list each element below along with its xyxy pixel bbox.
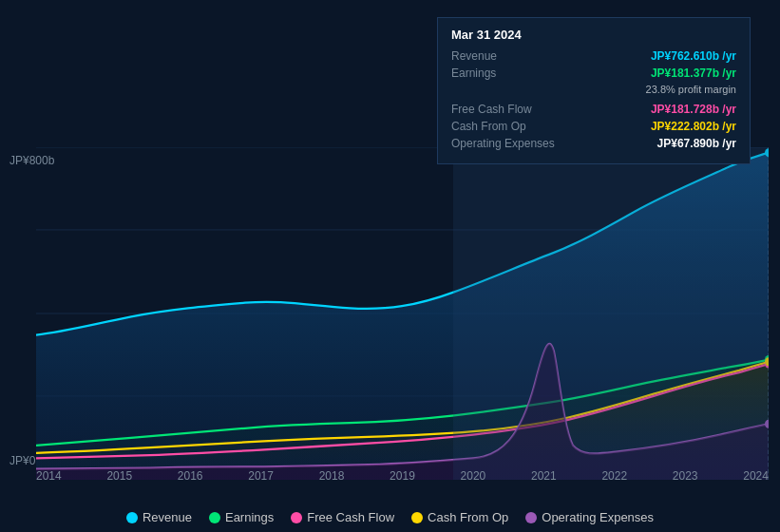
x-label-2021: 2021 — [531, 469, 557, 483]
legend-dot-cashop — [411, 512, 423, 523]
tooltip-date: Mar 31 2024 — [451, 28, 736, 42]
tooltip-earnings-label: Earnings — [451, 66, 496, 80]
legend-earnings[interactable]: Earnings — [209, 510, 274, 524]
x-label-2014: 2014 — [36, 469, 62, 483]
chart-area — [36, 147, 769, 480]
legend-label-opex: Operating Expenses — [542, 510, 654, 524]
x-label-2022: 2022 — [601, 469, 627, 483]
x-axis: 2014 2015 2016 2017 2018 2019 2020 2021 … — [36, 469, 769, 483]
tooltip-opex-label: Operating Expenses — [451, 137, 555, 150]
x-label-2016: 2016 — [178, 469, 203, 483]
legend-label-revenue: Revenue — [143, 510, 192, 524]
tooltip-fcf-value: JP¥181.728b /yr — [651, 103, 736, 116]
legend-label-fcf: Free Cash Flow — [307, 510, 394, 524]
legend-revenue[interactable]: Revenue — [126, 510, 192, 524]
y-axis-zero-label: JP¥0 — [10, 454, 35, 467]
tooltip-revenue-value: JP¥762.610b /yr — [651, 49, 736, 63]
x-label-2019: 2019 — [390, 469, 415, 483]
legend-dot-earnings — [209, 512, 220, 523]
tooltip-profit-margin: 23.8% profit margin — [646, 84, 736, 95]
legend-opex[interactable]: Operating Expenses — [525, 510, 654, 524]
legend: Revenue Earnings Free Cash Flow Cash Fro… — [0, 510, 780, 524]
tooltip-cashop-label: Cash From Op — [451, 120, 526, 133]
chart-container: Mar 31 2024 Revenue JP¥762.610b /yr Earn… — [0, 0, 780, 532]
tooltip-box: Mar 31 2024 Revenue JP¥762.610b /yr Earn… — [437, 17, 751, 164]
x-label-2023: 2023 — [673, 469, 698, 483]
x-label-2017: 2017 — [248, 469, 274, 483]
legend-dot-opex — [525, 512, 537, 523]
tooltip-cashop-value: JP¥222.802b /yr — [651, 120, 736, 133]
x-label-2015: 2015 — [106, 469, 132, 483]
legend-cashop[interactable]: Cash From Op — [411, 510, 508, 524]
x-label-2020: 2020 — [461, 469, 486, 483]
x-label-2018: 2018 — [319, 469, 345, 483]
chart-svg — [36, 147, 769, 480]
legend-fcf[interactable]: Free Cash Flow — [291, 510, 394, 524]
legend-label-earnings: Earnings — [225, 510, 274, 524]
tooltip-earnings-value: JP¥181.377b /yr — [651, 66, 736, 80]
tooltip-opex-value: JP¥67.890b /yr — [657, 137, 736, 150]
tooltip-fcf-label: Free Cash Flow — [451, 103, 532, 116]
tooltip-revenue-label: Revenue — [451, 49, 497, 63]
legend-label-cashop: Cash From Op — [428, 510, 508, 524]
x-label-2024: 2024 — [743, 469, 769, 483]
legend-dot-fcf — [291, 512, 302, 523]
legend-dot-revenue — [126, 512, 138, 523]
